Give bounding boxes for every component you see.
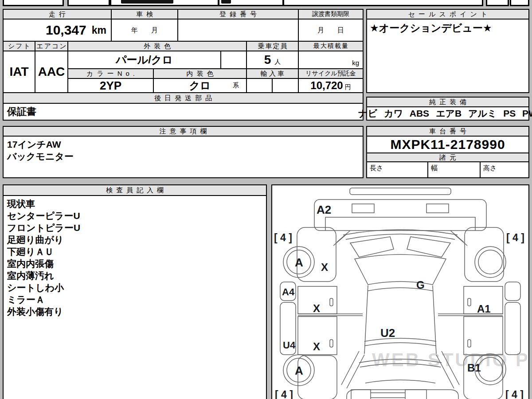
registration-cell	[177, 19, 299, 42]
capacity-header: 乗車定員	[246, 41, 299, 51]
transfer-deadline-header: 譲渡書類期限	[298, 9, 364, 20]
front-right-fender	[465, 227, 504, 282]
transfer-deadline-cell: 月 日	[298, 19, 364, 42]
top-row-cell-model	[110, 0, 219, 6]
recycle-deposit-cell: 10,720 円	[298, 78, 364, 93]
car-diagram: WEB STUDIO PRO A2 [ 4 ] [ 4 ] [ 4 ] [ 4 …	[272, 185, 528, 399]
inspector-line: フロントピラーU	[7, 222, 266, 234]
import-cell-2	[272, 78, 299, 93]
rear-left-quarter	[298, 356, 337, 399]
sales-point-text: ★オークションデビュー★	[366, 19, 529, 93]
import-cell-1	[246, 78, 273, 93]
shift-value: IAT	[3, 51, 35, 93]
later-parts-value: 保証書	[3, 103, 364, 121]
exterior-color-sub-cell	[220, 51, 247, 69]
damage-label-b1: B1	[467, 362, 481, 374]
inspection-header: 車検	[111, 9, 178, 20]
top-row-cell	[218, 0, 284, 6]
damage-label-a1: A1	[477, 303, 491, 315]
left-rear-door-handle	[330, 340, 333, 347]
rear-bumper-lines	[371, 393, 405, 398]
inspector-line: 室内内張傷	[7, 258, 266, 270]
front-right-wheel-inner	[478, 250, 502, 274]
top-row-cell	[283, 0, 483, 6]
specs-header: 諸元	[366, 153, 529, 162]
clipped-text-fragment	[121, 0, 173, 4]
front-garnish-left	[352, 204, 374, 213]
tire-label-front-right: [ 4 ]	[506, 232, 524, 243]
rear-bumper-notch-right	[405, 390, 426, 399]
interior-color-suffix: 系	[233, 82, 239, 90]
front-grille-line	[325, 217, 475, 231]
recycle-deposit-unit: 円	[345, 83, 351, 91]
damage-label-rail-u4: U4	[283, 340, 296, 351]
tire-label-front-left: [ 4 ]	[274, 232, 292, 243]
aircon-value: AAC	[35, 51, 68, 93]
notes-header: 注意事項欄	[3, 126, 364, 137]
max-load-cell: kg	[298, 51, 364, 69]
sales-point-header: セールスポイント	[366, 9, 529, 20]
damage-label-wheel-front-left: A	[295, 256, 303, 269]
capacity-unit: 人	[274, 58, 281, 66]
car-diagram-box: WEB STUDIO PRO A2 [ 4 ] [ 4 ] [ 4 ] [ 4 …	[271, 184, 529, 399]
interior-color-cell: クロ 系	[153, 78, 247, 93]
left-front-door-handle	[330, 298, 333, 306]
damage-label-rail-a4: A4	[282, 286, 295, 297]
inspector-line: センターピラーU	[7, 210, 266, 222]
top-row-cell	[67, 0, 110, 6]
watermark: WEB STUDIO PRO	[372, 349, 528, 370]
cowl-arc-2	[346, 234, 455, 239]
cabin-edge-right	[433, 286, 436, 354]
note-line: 17インチAW	[7, 138, 363, 150]
rear-seat-arc-2	[364, 343, 436, 346]
front-bumper	[314, 200, 486, 231]
damage-label-u2: U2	[380, 326, 395, 340]
max-load-header: 最大積載量	[298, 41, 364, 51]
mileage-unit: km	[92, 24, 106, 36]
note-line: バックモニター	[7, 150, 363, 162]
equipment-list: ナビ カワ ABS エアB アルミ PS PW	[366, 106, 529, 121]
top-row-cell	[3, 0, 64, 6]
notes-body: 17インチAW バックモニター	[3, 136, 364, 178]
front-garnish-right	[426, 204, 449, 213]
recycle-deposit-value: 10,720	[310, 79, 343, 92]
tire-label-rear-left: [ 4 ]	[275, 389, 293, 399]
damage-label-glass-g: G	[416, 279, 425, 291]
color-no-header: カラーNo.	[67, 68, 154, 79]
exterior-color-value: パール/クロ	[67, 51, 221, 69]
damage-label-fender-x: X	[321, 261, 328, 273]
tire-label-rear-right: [ 4 ]	[505, 389, 524, 399]
inspector-line: 足廻り曲がり	[7, 234, 266, 246]
chassis-header: 車台番号	[366, 126, 529, 137]
rear-window-arc	[365, 380, 435, 383]
later-parts-header: 後日発送部品	[3, 92, 364, 104]
interior-color-header: 内装色	[153, 68, 247, 79]
inspector-line: シートしわ小	[7, 282, 266, 293]
equipment-header: 純正装備	[366, 97, 529, 107]
inspection-cell: 年 月	[111, 19, 178, 42]
auction-sheet: 走行 車検 登録番号 譲渡書類期限 10,347 km 年 月 月 日 シフト …	[0, 0, 532, 399]
inspector-line: 現状車	[7, 198, 266, 210]
inspector-line: 外装小傷有り	[7, 305, 266, 317]
right-rail-rear	[505, 302, 520, 355]
inspector-line: 下廻りＡＵ	[7, 246, 266, 258]
right-rail-front	[505, 282, 520, 301]
wiper-pane-right	[407, 237, 450, 257]
damage-label-a2: A2	[317, 203, 331, 216]
interior-color-value: クロ	[189, 78, 211, 93]
top-row-cell	[510, 0, 529, 6]
exterior-color-header: 外装色	[67, 41, 247, 51]
top-row-cell	[486, 0, 509, 6]
right-front-door-handle	[468, 298, 471, 306]
front-right-wheel	[475, 246, 506, 278]
import-header: 輸入車	[246, 68, 299, 79]
right-rear-door-handle	[468, 340, 471, 347]
clipped-text-fragment	[221, 0, 231, 4]
left-sill-lines	[298, 314, 363, 316]
wiper-pane-left	[350, 237, 394, 257]
damage-label-wheel-rear-left: A	[295, 364, 303, 377]
cabin-edge-left	[364, 286, 368, 354]
capacity-value: 5	[264, 53, 271, 67]
capacity-cell: 5 人	[246, 51, 299, 69]
rear-bumper-notch-left	[351, 390, 371, 399]
